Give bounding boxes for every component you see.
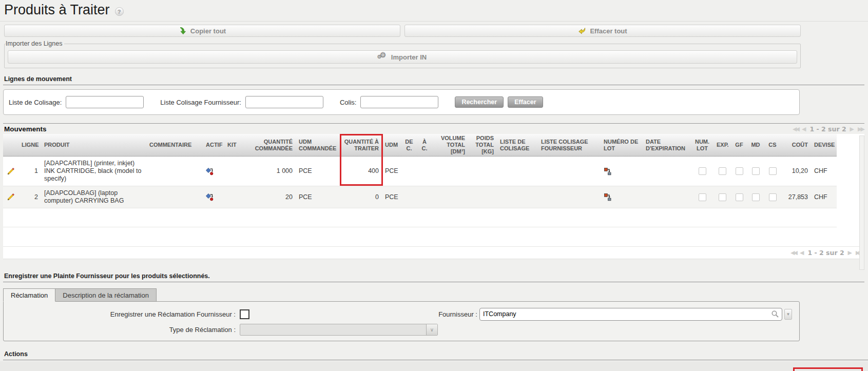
register-complaint-checkbox[interactable] — [240, 309, 249, 319]
pager-prev-icon[interactable] — [800, 249, 804, 256]
gears-icon: ⚙⚙ — [378, 53, 388, 61]
assign-lot-icon[interactable] — [604, 167, 612, 175]
exp-checkbox[interactable] — [719, 193, 726, 201]
movements-header-row: LIGNE PRODUIT COMMENTAIRE ACTIF KIT QUAN… — [3, 134, 837, 157]
col-commentaire: COMMENTAIRE — [146, 134, 203, 157]
pager-prev-icon[interactable] — [802, 126, 806, 132]
supplier-packing-list-label: Liste Colisage Fournisseur: — [160, 99, 241, 106]
col-num-lot: NUM. LOT — [691, 134, 713, 157]
col-gf: GF — [731, 134, 747, 157]
cell-kit — [224, 157, 242, 186]
cell-product: [ADAPCARTIBL] (printer, inkjet) INK CART… — [41, 157, 146, 186]
cell-kit — [224, 186, 242, 208]
exp-checkbox[interactable] — [719, 167, 726, 175]
movements-section-title: Mouvements — [4, 125, 47, 133]
packing-list-input[interactable] — [66, 96, 144, 108]
pager-next-icon[interactable] — [848, 249, 852, 256]
col-exp: EXP. — [713, 134, 731, 157]
col-cs: CS — [764, 134, 781, 157]
clear-all-label: Effacer tout — [590, 27, 627, 35]
col-udm-commandee: UDM COMMANDÉE — [296, 134, 341, 157]
movements-block: Mouvements 1 - 2 sur 2 LIGNE — [3, 123, 864, 259]
col-numero-de-lot: NUMÉRO DE LOT — [601, 134, 643, 157]
cs-checkbox[interactable] — [769, 167, 777, 175]
clear-button[interactable]: Effacer — [508, 96, 543, 108]
complaint-type-select[interactable]: ∨ — [240, 324, 438, 336]
gf-checkbox[interactable] — [736, 193, 743, 201]
col-md: MD — [747, 134, 764, 157]
cell-cost: 27,853 — [781, 186, 811, 208]
search-icon[interactable] — [771, 310, 779, 318]
search-panel: Liste de Colisage: Liste Colisage Fourni… — [3, 89, 800, 115]
complaint-section-title: Enregistrer une Plainte Fournisseur pour… — [3, 271, 864, 282]
actions-bar: Type de Destination ? : Autres Types ∨ D… — [0, 361, 868, 371]
col-date-expiration: DATE D'EXPIRATION — [643, 134, 691, 157]
cell-uom: PCE — [382, 186, 401, 208]
pager-first-icon[interactable] — [793, 126, 798, 132]
active-flow-icon — [206, 193, 214, 201]
cs-checkbox[interactable] — [769, 193, 777, 201]
movements-table-panel: LIGNE PRODUIT COMMENTAIRE ACTIF KIT QUAN… — [3, 134, 864, 259]
search-button[interactable]: Rechercher — [455, 96, 504, 108]
edit-pencil-icon[interactable] — [7, 193, 15, 201]
complaint-tabs: Réclamation Description de la réclamatio… — [3, 288, 868, 302]
pager-next-icon[interactable] — [850, 126, 854, 132]
cell-qty-to-process: 400 — [341, 157, 382, 186]
col-liste-colisage: LISTE DE COLISAGE — [497, 134, 538, 157]
page-title: Produits à Traiter — [4, 2, 110, 18]
col-edit — [3, 134, 18, 157]
cell-qty-ordered: 1 000 — [242, 157, 296, 186]
cell-cost: 10,20 — [781, 157, 811, 186]
active-flow-icon — [206, 167, 214, 175]
assign-lot-icon[interactable] — [604, 193, 612, 201]
col-cout: COÛT — [781, 134, 811, 157]
register-complaint-label: Enregistrer une Réclamation Fournisseur … — [9, 310, 240, 318]
cell-uom-ordered: PCE — [296, 186, 341, 208]
col-produit: PRODUIT — [41, 134, 146, 157]
movements-table: LIGNE PRODUIT COMMENTAIRE ACTIF KIT QUAN… — [3, 134, 837, 246]
supplier-dropdown-button[interactable]: ▼ — [784, 309, 792, 320]
cell-qty-to-process: 0 — [341, 186, 382, 208]
parcel-input[interactable] — [360, 96, 438, 108]
import-in-button[interactable]: ⚙⚙ Importer IN — [8, 50, 797, 64]
cell-uom-ordered: PCE — [296, 157, 341, 186]
chevron-down-icon: ∨ — [426, 324, 437, 335]
empty-row — [3, 227, 837, 246]
tab-description-reclamation[interactable]: Description de la réclamation — [55, 288, 157, 302]
table-scrollbar[interactable] — [859, 135, 864, 270]
col-poids-total: POIDS TOTAL [KG] — [468, 134, 497, 157]
edit-pencil-icon[interactable] — [7, 167, 15, 175]
table-row: 2 [ADAPCOLABAG] (laptop computer) CARRYI… — [3, 186, 837, 208]
gf-checkbox[interactable] — [736, 167, 743, 175]
process-button-highlight: Traiter — [793, 367, 863, 371]
cell-comment — [146, 157, 203, 186]
actions-section-title: Actions — [3, 349, 868, 360]
col-kit: KIT — [224, 134, 242, 157]
copy-arrow-icon — [179, 27, 187, 35]
copy-all-button[interactable]: Copier tout — [4, 25, 400, 37]
import-in-label: Importer IN — [391, 53, 427, 61]
pager-last-icon[interactable] — [858, 126, 863, 132]
col-liste-colisage-fournisseur: LISTE COLISAGE FOURNISSEUR — [538, 134, 601, 157]
md-checkbox[interactable] — [752, 167, 760, 175]
cell-product: [ADAPCOLABAG] (laptop computer) CARRYING… — [41, 186, 146, 208]
pager-first-icon[interactable] — [790, 249, 796, 256]
packing-list-label: Liste de Colisage: — [9, 99, 62, 106]
pager-text: 1 - 2 sur 2 — [807, 249, 844, 257]
empty-row — [3, 208, 837, 227]
num-lot-checkbox[interactable] — [699, 193, 706, 201]
num-lot-checkbox[interactable] — [699, 167, 706, 175]
pager-top: 1 - 2 sur 2 — [793, 125, 863, 133]
clear-all-button[interactable]: Effacer tout — [404, 25, 801, 37]
cell-line: 2 — [18, 186, 41, 208]
col-actif: ACTIF — [203, 134, 224, 157]
help-icon[interactable] — [115, 7, 124, 16]
tab-reclamation[interactable]: Réclamation — [3, 288, 55, 302]
supplier-packing-list-input[interactable] — [245, 96, 323, 108]
col-devise: DEVISE — [811, 134, 837, 157]
col-a-c: À C. — [417, 134, 432, 157]
supplier-input[interactable] — [480, 310, 771, 318]
md-checkbox[interactable] — [752, 193, 760, 201]
copy-all-label: Copier tout — [190, 27, 226, 35]
cell-comment — [146, 186, 203, 208]
